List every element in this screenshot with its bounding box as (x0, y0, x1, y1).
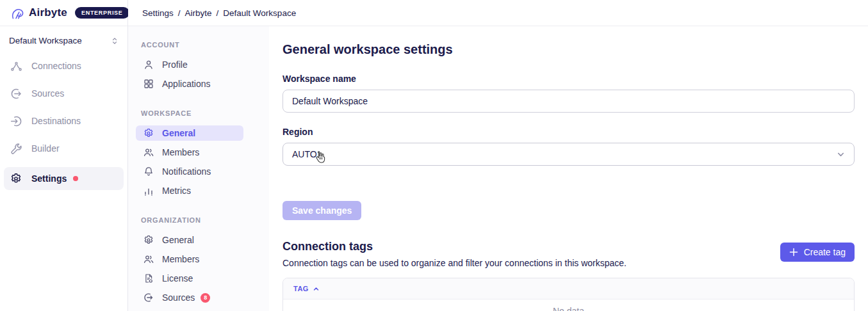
region-select[interactable]: AUTO (283, 143, 855, 166)
section-title: ACCOUNT (141, 41, 256, 49)
airbyte-logo-icon[interactable] (10, 6, 24, 20)
settings-nav-item-general[interactable]: General (136, 125, 243, 141)
person-icon (143, 60, 154, 70)
settings-nav-item-org-members[interactable]: Members (136, 251, 243, 267)
workspace-selector-label: Default Workspace (9, 36, 82, 45)
sidebar-nav: Connections Sources Dest (0, 57, 127, 190)
settings-nav-item-license[interactable]: License (136, 271, 243, 286)
workspace-name-label: Workspace name (283, 74, 855, 84)
table-empty-state: No data (283, 299, 854, 311)
save-changes-button[interactable]: Save changes (283, 201, 361, 220)
page-title: General workspace settings (283, 42, 855, 57)
create-tag-button[interactable]: Create tag (780, 243, 855, 262)
settings-nav-label: Profile (162, 60, 188, 70)
section-title: ORGANIZATION (141, 216, 256, 224)
settings-nav-label: Metrics (162, 186, 191, 196)
sidebar-item-builder[interactable]: Builder (4, 140, 124, 157)
destination-icon (10, 115, 22, 127)
table-header-row: TAG (283, 278, 854, 299)
breadcrumb: Settings / Airbyte / Default Workspace (142, 8, 296, 18)
breadcrumb-separator: / (178, 8, 181, 18)
content-row: ACCOUNT Profile (128, 26, 868, 311)
logo-row: Airbyte ENTERPRISE (0, 0, 127, 26)
region-label: Region (283, 127, 855, 137)
count-badge: 8 (201, 293, 210, 303)
caret-up-icon[interactable] (313, 285, 320, 292)
breadcrumb-default-workspace[interactable]: Default Workspace (223, 8, 296, 18)
region-select-value: AUTO (292, 149, 317, 159)
right-area: Settings / Airbyte / Default Workspace A… (128, 0, 868, 311)
connection-tags-text: Connection tags Connection tags can be u… (283, 240, 626, 268)
sidebar-item-label: Sources (31, 88, 64, 99)
settings-nav-label: Notifications (162, 166, 211, 177)
breadcrumb-airbyte[interactable]: Airbyte (185, 8, 212, 18)
main-content: General workspace settings Workspace nam… (269, 26, 868, 311)
sidebar-item-label: Destinations (31, 116, 81, 126)
settings-nav-label: Members (162, 147, 199, 157)
workspace-name-field: Workspace name (283, 74, 855, 113)
connection-tags-header: Connection tags Connection tags can be u… (283, 240, 855, 268)
settings-nav-item-members[interactable]: Members (136, 145, 243, 160)
breadcrumb-bar: Settings / Airbyte / Default Workspace (128, 0, 868, 26)
sidebar-item-sources[interactable]: Sources (4, 84, 124, 102)
settings-nav-item-applications[interactable]: Applications (136, 76, 243, 92)
settings-nav-section-account: ACCOUNT Profile (141, 41, 256, 92)
settings-nav-label: License (162, 273, 193, 283)
bar-chart-icon (143, 186, 154, 196)
main-sidebar: Airbyte ENTERPRISE Default Workspace Con… (0, 0, 128, 311)
source-icon (10, 88, 22, 100)
settings-nav-item-org-general[interactable]: General (136, 232, 243, 248)
connection-tags-table: TAG No data (283, 278, 855, 311)
enterprise-badge: ENTERPRISE (75, 7, 129, 19)
connections-icon (10, 60, 22, 72)
connection-tags-description: Connection tags can be used to organize … (283, 258, 626, 268)
create-tag-label: Create tag (804, 247, 846, 257)
settings-nav: ACCOUNT Profile (128, 26, 269, 311)
breadcrumb-settings[interactable]: Settings (142, 8, 174, 18)
sidebar-item-settings[interactable]: Settings (4, 167, 124, 190)
chevron-down-icon (837, 150, 845, 159)
connection-tags-title: Connection tags (283, 240, 626, 253)
settings-nav-label: General (162, 235, 194, 245)
settings-nav-section-workspace: WORKSPACE General (141, 109, 256, 198)
settings-nav-item-notifications[interactable]: Notifications (136, 164, 243, 179)
gear-icon (10, 173, 22, 185)
chevron-updown-icon (111, 37, 119, 45)
sidebar-item-connections[interactable]: Connections (4, 57, 124, 75)
settings-nav-label: Applications (162, 79, 211, 89)
airbyte-app: Airbyte ENTERPRISE Default Workspace Con… (0, 0, 868, 311)
source-icon (143, 292, 154, 303)
sidebar-item-destinations[interactable]: Destinations (4, 112, 124, 130)
notification-dot (73, 176, 78, 181)
plus-icon (789, 248, 798, 257)
people-icon (143, 147, 154, 157)
airbyte-logo-text[interactable]: Airbyte (29, 6, 67, 19)
settings-nav-label: General (162, 128, 195, 138)
workspace-selector[interactable]: Default Workspace (5, 31, 122, 51)
workspace-name-input[interactable] (283, 90, 855, 113)
settings-nav-label: Sources (162, 292, 195, 303)
settings-nav-item-metrics[interactable]: Metrics (136, 183, 243, 198)
region-field: Region AUTO (283, 127, 855, 166)
settings-nav-item-profile[interactable]: Profile (136, 57, 243, 72)
sidebar-item-label: Connections (31, 61, 81, 71)
section-title: WORKSPACE (141, 109, 256, 117)
sidebar-item-label: Builder (31, 143, 60, 154)
builder-icon (10, 143, 22, 155)
bell-icon (143, 166, 154, 177)
settings-nav-section-organization: ORGANIZATION General (141, 216, 256, 311)
gear-icon (143, 128, 154, 138)
column-header-tag[interactable]: TAG (293, 285, 309, 292)
breadcrumb-separator: / (217, 8, 219, 18)
settings-nav-label: Members (162, 254, 199, 264)
grid-icon (143, 79, 154, 89)
settings-nav-item-org-sources[interactable]: Sources 8 (136, 290, 243, 305)
sidebar-item-label: Settings (31, 173, 67, 184)
people-icon (143, 254, 154, 264)
license-icon (143, 273, 154, 283)
gear-icon (143, 235, 154, 245)
